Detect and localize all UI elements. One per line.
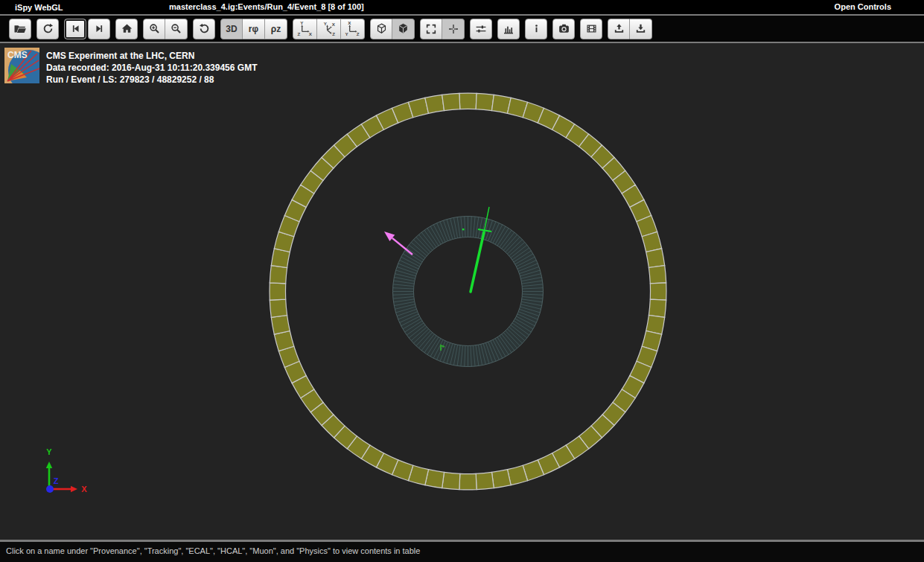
event-file-title: masterclass_4.ig:Events/Run_4/Event_8 [8… [169,2,364,11]
svg-text:X: X [309,31,313,36]
camera-icon [558,22,570,35]
open-file-button[interactable] [9,19,31,39]
svg-text:X: X [332,22,336,27]
film-icon [585,22,598,35]
met-arrow[interactable] [384,231,412,255]
screenshot-button[interactable] [552,19,575,39]
view-axis-perspective-button[interactable]: Y X Z [317,19,341,39]
view-rphi-label: rφ [249,24,258,34]
event-display-canvas[interactable]: YXZ CMS CMS Experiment at the LHC, CERN … [0,43,924,540]
svg-text:CMS: CMS [7,50,28,60]
svg-text:Z: Z [357,31,360,36]
info-button[interactable] [525,19,547,39]
view-rhoz-label: ρz [271,24,281,34]
axis-label: X [81,485,87,494]
sliders-icon [474,22,488,36]
zoom-in-button[interactable] [143,19,165,39]
wireframe-cube-icon [375,22,388,35]
detector-scene: YXZ [0,43,924,540]
status-bar: Click on a name under "Provenance", "Tra… [0,542,924,562]
axis-label: Z [54,476,59,485]
svg-text:X: X [348,21,351,25]
info-icon [531,23,542,34]
status-message: Click on a name under "Provenance", "Tra… [6,546,420,555]
download-button[interactable] [630,19,652,39]
experiment-title: CMS Experiment at the LHC, CERN [46,50,257,62]
svg-text:Y: Y [324,21,328,26]
hcal-barrel-ring [270,93,666,490]
zoom-in-icon [148,22,161,35]
open-controls-button[interactable]: Open Controls [835,2,891,11]
view-axis-xy-button[interactable]: Y X Z [293,19,317,39]
view-rphi-button[interactable]: rφ [243,19,265,39]
data-recorded: Data recorded: 2016-Aug-31 10:11:20.3394… [46,62,257,74]
title-bar: iSpy WebGL masterclass_4.ig:Events/Run_4… [0,0,924,14]
folder-open-icon [13,22,27,36]
view-axis-zx-button[interactable]: X Z Y [341,19,365,39]
event-info-overlay: CMS CMS Experiment at the LHC, CERN Data… [4,48,257,86]
settings-button[interactable] [470,19,492,39]
app-title: iSpy WebGL [0,3,63,12]
solid-mode-button[interactable] [392,19,415,39]
home-button[interactable] [115,19,138,39]
svg-text:Y: Y [345,31,348,36]
toolbar: 3D rφ ρz Y X Z Y X Z [0,16,924,42]
cms-logo: CMS [4,48,39,83]
statistics-button[interactable] [497,19,520,39]
histogram-icon [502,22,515,36]
svg-text:Z: Z [297,31,300,36]
axis-gizmo: YXZ [46,447,88,494]
axis-zx-icon: X Z Y [345,21,360,36]
svg-text:Z: Z [332,31,335,36]
compress-icon [447,23,459,35]
view-3d-button[interactable]: 3D [220,19,243,39]
download-icon [634,22,647,35]
upload-icon [613,22,625,35]
step-backward-icon [70,23,81,34]
axis-perspective-icon: Y X Z [321,21,337,36]
solid-cube-icon [397,22,410,35]
view-3d-label: 3D [226,24,237,34]
reset-rotation-button[interactable] [193,19,215,39]
exit-fullscreen-button[interactable] [442,19,465,39]
view-rhoz-button[interactable]: ρz [265,19,287,39]
animation-button[interactable] [580,19,602,39]
ecal-barrel-ring [393,217,544,367]
svg-text:Y: Y [300,21,304,25]
undo-rotate-icon [198,22,211,35]
home-icon [121,22,133,35]
step-forward-icon [94,23,105,34]
fullscreen-button[interactable] [420,19,442,39]
expand-icon [425,23,437,35]
zoom-out-button[interactable] [165,19,188,39]
upload-button[interactable] [608,19,630,39]
zoom-out-icon [170,22,182,35]
next-event-button[interactable] [88,19,110,39]
axis-label: Y [46,447,52,456]
reload-button[interactable] [36,19,59,39]
previous-event-button[interactable] [64,19,86,39]
run-event-ls: Run / Event / LS: 279823 / 48829252 / 88 [46,74,257,86]
reload-icon [42,22,54,35]
wireframe-mode-button[interactable] [370,19,392,39]
axis-xy-icon: Y X Z [297,21,313,36]
